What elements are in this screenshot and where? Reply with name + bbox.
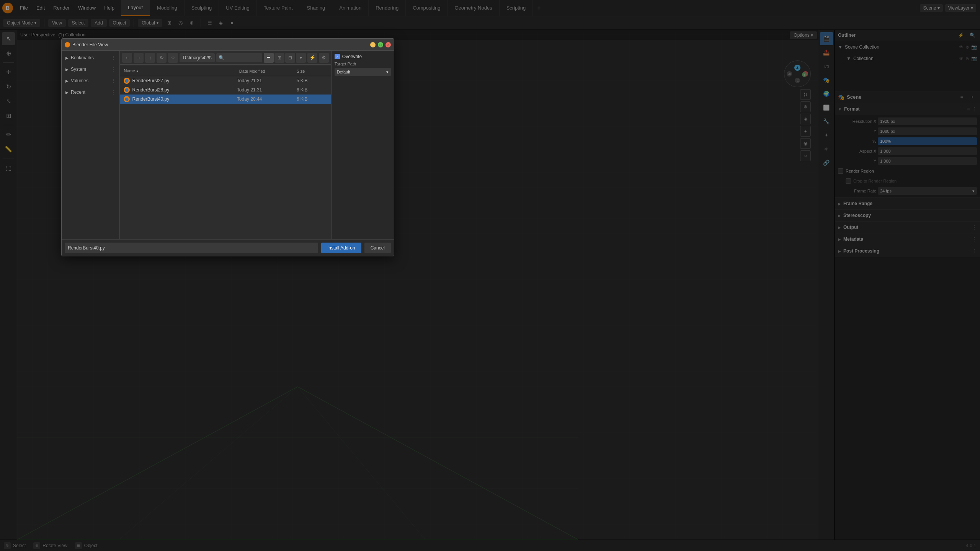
volumes-label: Volumes — [71, 78, 88, 83]
file-name-1: RenderBurst28.py — [132, 87, 234, 93]
dialog-close-btn[interactable]: × — [385, 42, 391, 47]
sidebar-volumes[interactable]: ▶ Volumes ⋮ — [62, 75, 119, 86]
dialog-title-area: Blender File View — [65, 42, 108, 47]
target-path-chevron: ▾ — [386, 70, 389, 75]
file-name-2: RenderBurst40.py — [132, 96, 234, 102]
overwrite-checkbox[interactable]: ✓ — [335, 54, 340, 59]
dialog-title-text: Blender File View — [72, 42, 108, 47]
recent-label: Recent — [71, 90, 85, 95]
dialog-titlebar: Blender File View − □ × — [62, 39, 394, 51]
file-icon-2: 🔵 — [124, 96, 130, 102]
target-path-row: Target Path Default ▾ — [335, 62, 391, 76]
path-display[interactable]: D:\Image\429\ — [180, 53, 214, 62]
file-icon-0: 🔵 — [124, 78, 130, 84]
volumes-arrow: ▶ — [65, 79, 69, 83]
refresh-btn[interactable]: ↻ — [157, 53, 167, 63]
overwrite-label: Overwrite — [342, 54, 362, 59]
filter-btn[interactable]: ⚡ — [307, 53, 317, 63]
target-path-label: Target Path — [335, 62, 391, 66]
system-arrow: ▶ — [65, 67, 69, 72]
dialog-maximize-btn[interactable]: □ — [378, 42, 383, 47]
dialog-title-icon — [65, 42, 70, 47]
dialog-minimize-btn[interactable]: − — [370, 42, 376, 47]
file-browser-dialog: Blender File View − □ × ▶ Bookmarks ⋮ — [61, 38, 394, 256]
system-label: System — [71, 67, 86, 72]
overwrite-row: ✓ Overwrite — [335, 54, 391, 59]
file-size-2: 6 KiB — [297, 96, 327, 102]
sidebar-bookmarks[interactable]: ▶ Bookmarks ⋮ — [62, 52, 119, 63]
date-header[interactable]: Date Modified — [239, 69, 297, 73]
search-box[interactable]: 🔍 — [216, 53, 262, 62]
sidebar-recent-section: ▶ Recent ⋮ — [62, 87, 119, 98]
file-row-2[interactable]: 🔵 RenderBurst40.py Today 20:44 6 KiB — [120, 95, 331, 104]
name-header[interactable]: Name ▴ — [124, 68, 239, 73]
sidebar-system-section: ▶ System ⋮ — [62, 64, 119, 75]
recent-arrow: ▶ — [65, 90, 69, 95]
cancel-btn[interactable]: Cancel — [364, 243, 391, 253]
search-icon: 🔍 — [219, 55, 224, 60]
bookmarks-dots: ⋮ — [111, 55, 116, 60]
bookmarks-label: Bookmarks — [71, 55, 94, 60]
bookmarks-arrow: ▶ — [65, 56, 69, 60]
file-name-0: RenderBurst27.py — [132, 78, 234, 83]
sort-dropdown-btn[interactable]: ▾ — [296, 53, 306, 63]
file-list-area: Name ▴ Date Modified Size 🔵 RenderBurst2… — [120, 65, 331, 239]
file-date-1: Today 21:31 — [237, 87, 294, 93]
file-size-1: 6 KiB — [297, 87, 327, 93]
up-btn[interactable]: ↑ — [145, 53, 155, 63]
install-addon-btn[interactable]: Install Add-on — [321, 243, 361, 253]
bookmark-btn[interactable]: ☆ — [168, 53, 178, 63]
dialog-sidebar: ▶ Bookmarks ⋮ ▶ System ⋮ ▶ Volumes — [62, 51, 120, 239]
sidebar-recent[interactable]: ▶ Recent ⋮ — [62, 87, 119, 98]
file-row-0[interactable]: 🔵 RenderBurst27.py Today 21:31 5 KiB — [120, 76, 331, 85]
file-icon-1: 🔵 — [124, 87, 130, 93]
list-view-btn[interactable]: ☰ — [264, 53, 274, 63]
target-path-dropdown[interactable]: Default ▾ — [335, 68, 391, 76]
dialog-footer: RenderBurst40.py Install Add-on Cancel — [62, 239, 394, 256]
system-dots: ⋮ — [111, 67, 116, 72]
settings-btn[interactable]: ⚙ — [319, 53, 329, 63]
dialog-window-controls: − □ × — [370, 42, 391, 47]
dialog-right-panel: ✓ Overwrite Target Path Default ▾ — [331, 51, 394, 239]
filename-input[interactable]: RenderBurst40.py — [65, 243, 318, 253]
dialog-toolbar: ← → ↑ ↻ ☆ D:\Image\429\ 🔍 ☰ ⊞ ⊟ ▾ ⚡ — [120, 51, 331, 65]
file-date-2: Today 20:44 — [237, 96, 294, 102]
size-header[interactable]: Size — [297, 69, 327, 73]
dialog-main: ← → ↑ ↻ ☆ D:\Image\429\ 🔍 ☰ ⊞ ⊟ ▾ ⚡ — [120, 51, 331, 239]
volumes-dots: ⋮ — [111, 78, 116, 83]
file-size-0: 5 KiB — [297, 78, 327, 83]
right-options: ✓ Overwrite Target Path Default ▾ — [335, 54, 391, 76]
recent-dots: ⋮ — [111, 90, 116, 95]
sidebar-bookmarks-section: ▶ Bookmarks ⋮ — [62, 52, 119, 63]
back-btn[interactable]: ← — [122, 53, 132, 63]
forward-btn[interactable]: → — [134, 53, 144, 63]
file-date-0: Today 21:31 — [237, 78, 294, 83]
file-row-1[interactable]: 🔵 RenderBurst28.py Today 21:31 6 KiB — [120, 85, 331, 95]
sidebar-system[interactable]: ▶ System ⋮ — [62, 64, 119, 75]
view-buttons: ☰ ⊞ ⊟ ▾ — [264, 53, 306, 63]
icon-view-btn[interactable]: ⊟ — [285, 53, 295, 63]
dialog-body: ▶ Bookmarks ⋮ ▶ System ⋮ ▶ Volumes — [62, 51, 394, 239]
sidebar-volumes-section: ▶ Volumes ⋮ — [62, 75, 119, 86]
dialog-overlay: Blender File View − □ × ▶ Bookmarks ⋮ — [0, 0, 980, 551]
grid-view-btn[interactable]: ⊞ — [274, 53, 284, 63]
file-header: Name ▴ Date Modified Size — [120, 66, 331, 76]
